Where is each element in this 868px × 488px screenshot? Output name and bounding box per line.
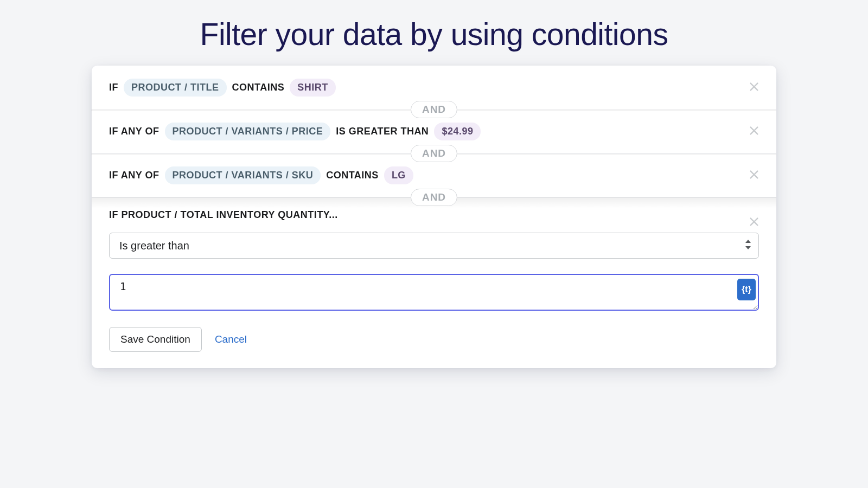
close-icon bbox=[748, 81, 760, 95]
conditions-card: IF PRODUCT / TITLE CONTAINS SHIRT AND IF… bbox=[92, 66, 776, 368]
condition-summary: IF ANY OF PRODUCT / VARIANTS / SKU CONTA… bbox=[109, 166, 759, 184]
operator-select[interactable]: Is greater than bbox=[109, 233, 759, 259]
condition-prefix: IF ANY OF bbox=[109, 170, 159, 181]
condition-summary: IF ANY OF PRODUCT / VARIANTS / PRICE IS … bbox=[109, 123, 759, 140]
condition-prefix: IF bbox=[109, 82, 118, 93]
value-input-wrap: {t} bbox=[109, 274, 759, 313]
close-icon bbox=[748, 125, 760, 139]
condition-operator: CONTAINS bbox=[232, 82, 285, 93]
remove-condition-button[interactable] bbox=[746, 215, 762, 231]
condition-value-input[interactable] bbox=[109, 274, 759, 311]
condition-editing-row: IF PRODUCT / TOTAL INVENTORY QUANTITY...… bbox=[92, 197, 776, 368]
remove-condition-button[interactable] bbox=[746, 168, 762, 184]
condition-field-pill: PRODUCT / VARIANTS / SKU bbox=[165, 166, 321, 184]
page-title: Filter your data by using conditions bbox=[0, 0, 868, 66]
condition-field-pill: PRODUCT / VARIANTS / PRICE bbox=[165, 123, 331, 140]
save-condition-button[interactable]: Save Condition bbox=[109, 327, 202, 352]
editing-condition-title: IF PRODUCT / TOTAL INVENTORY QUANTITY... bbox=[109, 209, 759, 221]
remove-condition-button[interactable] bbox=[746, 124, 762, 140]
condition-operator: IS GREATER THAN bbox=[336, 126, 429, 137]
operator-select-wrap: Is greater than bbox=[109, 233, 759, 259]
remove-condition-button[interactable] bbox=[746, 80, 762, 96]
token-icon: {t} bbox=[742, 285, 751, 294]
condition-value-pill: LG bbox=[384, 166, 413, 184]
close-icon bbox=[748, 216, 760, 230]
condition-value-pill: SHIRT bbox=[290, 79, 336, 97]
editing-actions: Save Condition Cancel bbox=[109, 327, 759, 352]
condition-value-pill: $24.99 bbox=[434, 123, 481, 140]
insert-token-button[interactable]: {t} bbox=[737, 279, 756, 300]
condition-field-pill: PRODUCT / TITLE bbox=[124, 79, 227, 97]
condition-prefix: IF ANY OF bbox=[109, 126, 159, 137]
cancel-button[interactable]: Cancel bbox=[215, 333, 247, 345]
condition-summary: IF PRODUCT / TITLE CONTAINS SHIRT bbox=[109, 79, 759, 97]
close-icon bbox=[748, 169, 760, 183]
condition-operator: CONTAINS bbox=[326, 170, 379, 181]
